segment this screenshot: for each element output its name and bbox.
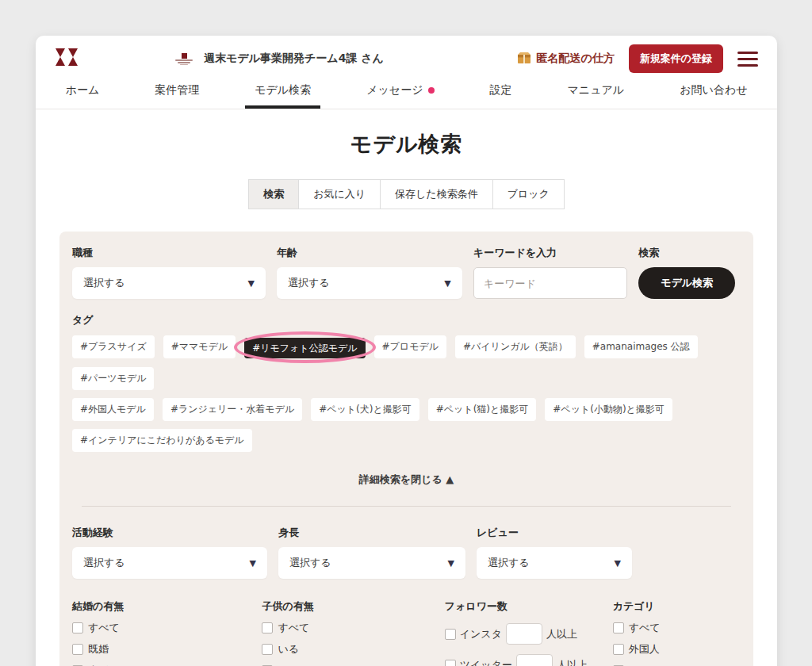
tags-label: タグ — [72, 313, 741, 327]
weekend-model-stamp-icon — [172, 45, 196, 72]
tag-remophoto-certified[interactable]: #リモフォト公認モデル — [244, 338, 365, 358]
children-option-all[interactable]: すべて — [262, 621, 433, 635]
chevron-down-icon: ▼ — [448, 558, 454, 568]
tag-plus-size[interactable]: #プラスサイズ — [72, 335, 155, 358]
main-nav: ホーム 案件管理 モデル検索 メッセージ 設定 マニュアル お問い合わせ — [36, 72, 777, 109]
marriage-option-married[interactable]: 既婚 — [72, 642, 251, 656]
tag-amanaimages-certified[interactable]: #amanaimages 公認 — [584, 335, 698, 358]
age-select[interactable]: 選択する ▼ — [277, 267, 462, 299]
keyword-label: キーワードを入力 — [473, 246, 627, 260]
tag-foreign-model[interactable]: #外国人モデル — [72, 398, 154, 421]
followers-label: フォロワー数 — [445, 599, 602, 614]
checkbox[interactable] — [262, 622, 273, 633]
experience-select-value: 選択する — [83, 556, 125, 570]
review-select-value: 選択する — [488, 556, 530, 570]
age-label: 年齢 — [277, 246, 462, 260]
nav-messages[interactable]: メッセージ — [357, 80, 443, 109]
tab-blocked[interactable]: ブロック — [492, 179, 565, 209]
nav-case-management[interactable]: 案件管理 — [145, 80, 209, 109]
experience-select[interactable]: 選択する ▼ — [72, 547, 267, 579]
checkbox[interactable] — [613, 644, 624, 655]
tab-saved-conditions[interactable]: 保存した検索条件 — [380, 179, 493, 209]
checkbox[interactable] — [72, 622, 83, 633]
anonymous-shipping-link[interactable]: 匿名配送の仕方 — [517, 52, 614, 67]
model-search-button[interactable]: モデル検索 — [638, 267, 735, 299]
tag-pet-small-animal[interactable]: #ペット(小動物)と撮影可 — [545, 398, 672, 421]
marriage-option-all[interactable]: すべて — [72, 621, 251, 635]
option-label: いる — [278, 642, 299, 656]
occupation-select-value: 選択する — [83, 276, 125, 290]
anonymous-shipping-label: 匿名配送の仕方 — [536, 52, 614, 66]
chevron-down-icon: ▼ — [250, 558, 256, 568]
height-label: 身長 — [278, 526, 465, 540]
nav-home[interactable]: ホーム — [56, 80, 109, 109]
tab-search[interactable]: 検索 — [248, 179, 299, 209]
option-label: すべて — [88, 621, 120, 635]
nav-manual[interactable]: マニュアル — [558, 80, 634, 109]
age-select-value: 選択する — [288, 276, 330, 290]
highlighted-tag-wrap: #リモフォト公認モデル — [244, 339, 365, 355]
instagram-followers-row: インスタ 人以上 — [445, 623, 602, 645]
chevron-down-icon: ▼ — [444, 278, 450, 289]
category-option-foreigner[interactable]: 外国人 — [613, 642, 741, 656]
category-label: カテゴリ — [613, 599, 741, 614]
review-label: レビュー — [477, 526, 632, 540]
user-info: 週末モデル事業開発チーム4課 さん — [172, 45, 384, 72]
user-name: 週末モデル事業開発チーム4課 さん — [204, 52, 384, 66]
tab-favorites[interactable]: お気に入り — [298, 179, 381, 209]
checkbox[interactable] — [262, 644, 273, 655]
followers-group: フォロワー数 インスタ 人以上 ツイッター 人以上 ※ 最新のフォロワー数は必ず… — [445, 599, 602, 666]
unread-badge-dot — [428, 87, 435, 94]
marriage-group: 結婚の有無 すべて 既婚 未婚 回答していない — [72, 599, 251, 666]
tag-mama-model[interactable]: #ママモデル — [163, 335, 236, 358]
header: 週末モデル事業開発チーム4課 さん 匿名配送の仕方 新規案件の登録 — [36, 36, 777, 72]
brand-logo-icon[interactable] — [55, 48, 79, 70]
category-option-all[interactable]: すべて — [613, 621, 741, 635]
nav-messages-label: メッセージ — [366, 83, 423, 96]
tag-parts-model[interactable]: #パーツモデル — [72, 367, 154, 390]
children-option-yes[interactable]: いる — [262, 642, 433, 656]
package-icon — [517, 52, 531, 67]
experience-label: 活動経験 — [72, 526, 267, 540]
close-advanced-search-link[interactable]: 詳細検索を閉じる ▲ — [72, 473, 741, 487]
children-group: 子供の有無 すべて いる いない 回答していない — [262, 599, 433, 666]
children-label: 子供の有無 — [262, 599, 433, 614]
option-label: すべて — [278, 621, 309, 635]
page-title: モデル検索 — [36, 130, 777, 159]
nav-settings[interactable]: 設定 — [481, 80, 522, 109]
tag-interior-model[interactable]: #インテリアにこだわりがあるモデル — [72, 429, 252, 452]
twitter-label: ツイッター — [460, 658, 512, 666]
tag-lingerie-swimsuit[interactable]: #ランジェリー・水着モデル — [163, 398, 302, 421]
twitter-suffix: 人以上 — [557, 658, 588, 666]
marriage-label: 結婚の有無 — [72, 599, 251, 614]
checkbox[interactable] — [445, 629, 456, 640]
option-label: 外国人 — [629, 642, 660, 656]
checkbox[interactable] — [72, 644, 83, 655]
option-label: すべて — [629, 621, 661, 635]
tag-pet-cat[interactable]: #ペット(猫)と撮影可 — [428, 398, 537, 421]
twitter-followers-row: ツイッター 人以上 — [445, 654, 602, 666]
height-select[interactable]: 選択する ▼ — [278, 547, 465, 579]
tag-bilingual-english[interactable]: #バイリンガル（英語） — [455, 335, 576, 358]
new-case-button[interactable]: 新規案件の登録 — [629, 44, 723, 73]
instagram-followers-input[interactable] — [506, 623, 542, 645]
hamburger-menu-icon[interactable] — [737, 52, 758, 67]
tag-pro-model[interactable]: #プロモデル — [374, 335, 446, 358]
occupation-select[interactable]: 選択する ▼ — [72, 267, 266, 299]
keyword-input[interactable] — [473, 267, 627, 299]
occupation-label: 職種 — [72, 246, 266, 260]
tab-bar: 検索 お気に入り 保存した検索条件 ブロック — [36, 179, 777, 209]
chevron-down-icon: ▼ — [615, 558, 621, 568]
search-filter-panel: 職種 選択する ▼ 年齢 選択する ▼ キーワードを入力 検索 モデル検索 — [59, 232, 753, 666]
tag-row-1: #プラスサイズ #ママモデル #リモフォト公認モデル #プロモデル #バイリンガ… — [72, 335, 741, 390]
checkbox[interactable] — [445, 660, 456, 666]
height-select-value: 選択する — [289, 556, 331, 570]
review-select[interactable]: 選択する ▼ — [477, 547, 632, 579]
checkbox[interactable] — [613, 622, 624, 633]
nav-model-search[interactable]: モデル検索 — [245, 80, 320, 109]
nav-contact[interactable]: お問い合わせ — [670, 80, 756, 109]
option-label: 既婚 — [88, 642, 109, 656]
tag-row-2: #外国人モデル #ランジェリー・水着モデル #ペット(犬)と撮影可 #ペット(猫… — [72, 398, 741, 421]
tag-pet-dog[interactable]: #ペット(犬)と撮影可 — [311, 398, 419, 421]
twitter-followers-input[interactable] — [516, 654, 553, 666]
